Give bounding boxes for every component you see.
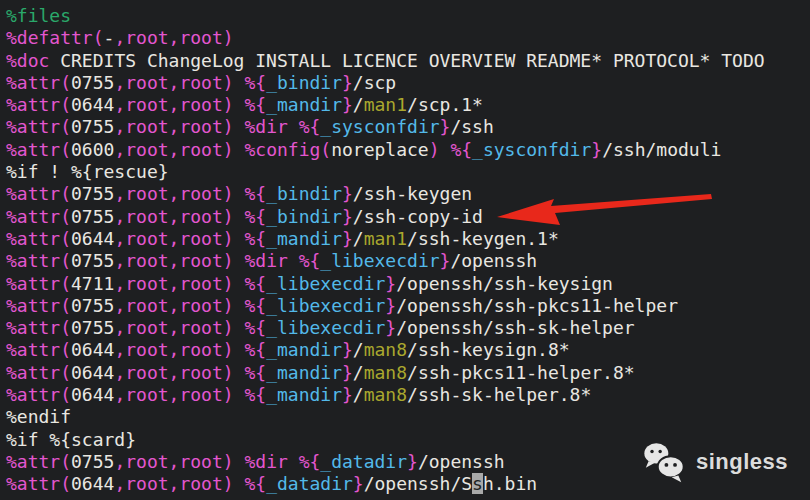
- code-token: %{: [244, 317, 266, 338]
- code-token: %files: [6, 5, 71, 26]
- code-token: /openssh/ssh-pkcs11-helper: [396, 295, 678, 316]
- text-cursor: s: [472, 473, 483, 494]
- code-token: %{: [244, 339, 266, 360]
- code-token: ,root,root): [114, 473, 233, 494]
- terminal-window: %files%defattr(-,root,root)%doc CREDITS …: [0, 0, 810, 500]
- code-token: _mandir: [266, 94, 342, 115]
- code-line: %if ! %{rescue}: [6, 161, 810, 183]
- code-token: _bindir: [266, 206, 342, 227]
- code-token: %attr(: [6, 116, 71, 137]
- code-token: %{: [244, 295, 266, 316]
- code-token: man1: [364, 228, 407, 249]
- code-token: ,root,root): [114, 451, 233, 472]
- code-token: [288, 116, 299, 137]
- code-token: /ssh: [450, 116, 493, 137]
- code-token: _libexecdir: [320, 250, 439, 271]
- code-token: %dir: [244, 116, 287, 137]
- code-line: %endif: [6, 406, 810, 428]
- code-token: %attr(: [6, 295, 71, 316]
- code-token: h.bin: [483, 473, 537, 494]
- code-token: _datadir: [266, 473, 353, 494]
- code-token: 0644: [71, 384, 114, 405]
- code-token: 0755: [71, 250, 114, 271]
- code-line: %attr(0755,root,root) %{_bindir}/ssh-cop…: [6, 206, 810, 228]
- code-token: %defattr(: [6, 27, 104, 48]
- code-token: %{: [244, 72, 266, 93]
- code-token: _bindir: [266, 183, 342, 204]
- code-token: 0644: [71, 473, 114, 494]
- code-token: %endif: [6, 406, 71, 427]
- code-token: ): [429, 139, 440, 160]
- code-token: ,root,root): [114, 27, 233, 48]
- code-token: [288, 451, 299, 472]
- code-token: %{: [299, 250, 321, 271]
- code-token: %attr(: [6, 72, 71, 93]
- code-token: }: [342, 206, 353, 227]
- code-token: /openssh/S: [364, 473, 472, 494]
- code-token: ,root,root): [114, 362, 233, 383]
- code-token: }: [342, 94, 353, 115]
- code-token: %{: [244, 228, 266, 249]
- code-token: %attr(: [6, 317, 71, 338]
- code-token: %dir: [244, 451, 287, 472]
- code-token: %if ! %{rescue}: [6, 161, 169, 182]
- code-token: /: [353, 228, 364, 249]
- code-line: %attr(0644,root,root) %{_mandir}/man1/sc…: [6, 94, 810, 116]
- code-token: [288, 250, 299, 271]
- code-token: %attr(: [6, 339, 71, 360]
- code-token: 4711: [71, 273, 114, 294]
- code-line: %defattr(-,root,root): [6, 27, 810, 49]
- code-line: %attr(0755,root,root) %{_libexecdir}/ope…: [6, 317, 810, 339]
- code-token: /: [353, 94, 364, 115]
- code-token: [234, 295, 245, 316]
- code-token: [234, 384, 245, 405]
- code-token: _mandir: [266, 384, 342, 405]
- code-line: %attr(0644,root,root) %{_mandir}/man8/ss…: [6, 339, 810, 361]
- code-token: ,root,root): [114, 206, 233, 227]
- code-token: /ssh-keygen.1*: [407, 228, 559, 249]
- code-token: _mandir: [266, 362, 342, 383]
- code-token: /: [353, 362, 364, 383]
- code-token: 0755: [71, 451, 114, 472]
- code-token: _sysconfdir: [472, 139, 591, 160]
- code-token: %{: [244, 273, 266, 294]
- code-token: }: [342, 362, 353, 383]
- code-token: /ssh-pkcs11-helper.8*: [407, 362, 635, 383]
- code-token: 0755: [71, 183, 114, 204]
- code-token: [234, 139, 245, 160]
- code-line: %attr(0755,root,root) %{_bindir}/ssh-key…: [6, 183, 810, 205]
- code-line: %attr(0600,root,root) %config(noreplace)…: [6, 139, 810, 161]
- code-token: %attr(: [6, 451, 71, 472]
- code-token: noreplace: [331, 139, 429, 160]
- code-token: ,root,root): [114, 72, 233, 93]
- code-token: %{: [244, 362, 266, 383]
- code-token: %{: [450, 139, 472, 160]
- code-token: /openssh/ssh-keysign: [396, 273, 613, 294]
- code-token: ,root,root): [114, 250, 233, 271]
- code-token: ,root,root): [114, 295, 233, 316]
- code-token: ,root,root): [114, 183, 233, 204]
- code-token: /openssh/ssh-sk-helper: [396, 317, 634, 338]
- code-token: _datadir: [320, 451, 407, 472]
- code-token: }: [385, 273, 396, 294]
- code-token: man8: [364, 339, 407, 360]
- code-token: ,root,root): [114, 116, 233, 137]
- code-token: man8: [364, 384, 407, 405]
- code-token: %attr(: [6, 362, 71, 383]
- code-token: /ssh/moduli: [602, 139, 721, 160]
- code-token: [234, 339, 245, 360]
- code-token: man1: [364, 94, 407, 115]
- code-token: %attr(: [6, 94, 71, 115]
- code-token: [440, 139, 451, 160]
- code-line: %doc CREDITS ChangeLog INSTALL LICENCE O…: [6, 50, 810, 72]
- code-token: 0644: [71, 339, 114, 360]
- watermark-text: singless: [696, 449, 788, 475]
- code-token: [234, 116, 245, 137]
- code-token: man8: [364, 362, 407, 383]
- code-line: %attr(0644,root,root) %{_mandir}/man1/ss…: [6, 228, 810, 250]
- code-token: 0644: [71, 362, 114, 383]
- code-token: %{: [299, 116, 321, 137]
- code-token: _libexecdir: [266, 273, 385, 294]
- code-token: %{: [244, 384, 266, 405]
- code-token: /: [353, 384, 364, 405]
